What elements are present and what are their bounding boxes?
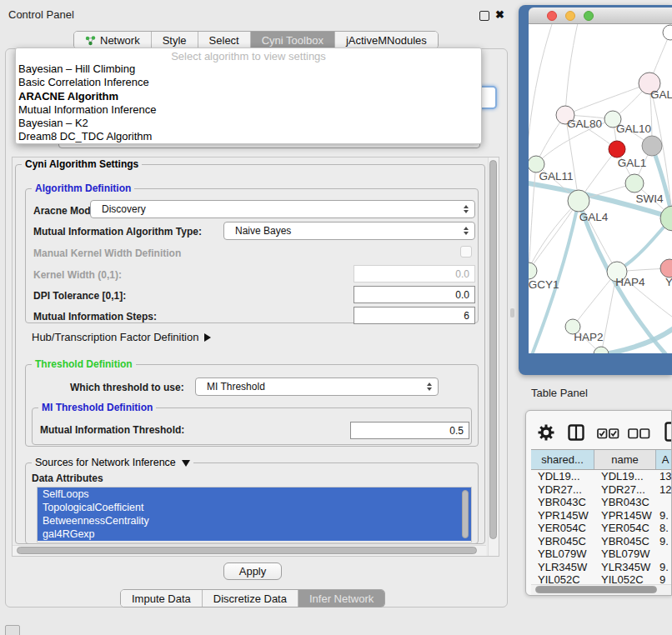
network-window-titlebar[interactable] (529, 8, 672, 24)
network-edge[interactable] (529, 164, 536, 271)
which-threshold-combo[interactable]: MI Threshold (195, 378, 439, 396)
splitter-grip[interactable] (510, 308, 514, 318)
mi-threshold-label: Mutual Information Threshold: (40, 424, 184, 436)
node-label-gal11: GAL11 (539, 170, 573, 182)
column-header-a[interactable]: A (656, 450, 672, 469)
mi-steps-field[interactable]: 6 (354, 307, 475, 324)
network-edge[interactable] (573, 272, 617, 327)
table-cell: YBR043C (594, 496, 656, 508)
tab-style[interactable]: Style (152, 32, 198, 48)
algorithm-option-basic-correlation-inference[interactable]: Basic Correlation Inference (16, 76, 481, 89)
algorithm-option-dream8-dc-tdc-algorithm[interactable]: Dream8 DC_TDC Algorithm (16, 130, 481, 143)
table-row[interactable]: YBR043CYBR043C (531, 496, 672, 509)
attribute-list-scrollbar[interactable] (462, 490, 469, 538)
close-window-icon[interactable] (547, 11, 557, 21)
tab-discretize-data[interactable]: Discretize Data (203, 590, 298, 607)
table-row[interactable]: YPR145WYPR145W9. (531, 509, 672, 522)
network-edge[interactable] (601, 272, 617, 353)
column-header-name[interactable]: name (594, 450, 656, 469)
network-edge[interactable] (565, 83, 649, 115)
table-cell: YBL079W (531, 548, 594, 560)
checked-boxes-icon (597, 428, 619, 439)
table-settings-button[interactable] (538, 424, 554, 444)
minimize-window-icon[interactable] (565, 11, 575, 21)
mi-threshold-field[interactable]: 0.5 (350, 422, 469, 439)
data-attribute-betweennesscentrality[interactable]: BetweennessCentrality (38, 514, 471, 528)
columns-icon (568, 424, 584, 441)
data-attribute-selfloops[interactable]: SelfLoops (38, 488, 471, 501)
deselect-all-columns-button[interactable] (628, 428, 650, 442)
table-row[interactable]: YIL052CYIL052C9 (531, 573, 672, 584)
hub-definition-expander[interactable]: Hub/Transcription Factor Definition (32, 331, 211, 343)
node-label-gal10: GAL10 (616, 122, 651, 135)
table-row[interactable]: YLR345WYLR345W9. (531, 561, 672, 574)
unchecked-boxes-icon (628, 428, 650, 439)
data-attribute-gal4rgexp[interactable]: gal4RGexp (38, 528, 471, 541)
tab-network[interactable]: Network (74, 32, 152, 48)
table-row[interactable]: YDR27...YDR27...12 (531, 483, 672, 497)
network-node-gray-node[interactable] (642, 136, 662, 156)
network-edge[interactable] (565, 24, 579, 115)
table-cell: YIL052C (594, 573, 656, 584)
node-label-swi4: SWI4 (635, 192, 663, 205)
manual-kernel-checkbox[interactable] (460, 246, 472, 258)
select-all-columns-button[interactable] (597, 428, 619, 442)
tab-label: Network (100, 34, 140, 47)
network-node-red-node[interactable] (609, 141, 625, 158)
dpi-tolerance-field[interactable]: 0.0 (354, 286, 475, 303)
close-panel-icon[interactable]: ✖ (495, 9, 504, 20)
tab-label: Select (209, 34, 239, 47)
node-label-gcy1: GCY1 (529, 278, 559, 291)
table-cell: 12 (656, 483, 672, 496)
tab-select[interactable]: Select (198, 32, 251, 48)
network-node-salmon[interactable] (660, 259, 672, 278)
dock-panel-mini-icon[interactable] (5, 625, 20, 635)
table-row[interactable]: YBR045CYBR045C9. (531, 535, 672, 548)
network-node-gcy1[interactable] (529, 262, 537, 279)
panel-mode-button[interactable] (664, 422, 672, 446)
network-edge[interactable] (529, 24, 554, 174)
table-cell: YBL079W (594, 548, 656, 560)
column-layout-button[interactable] (568, 424, 584, 444)
algorithm-option-aracne-algorithm[interactable]: ARACNE Algorithm (16, 90, 481, 103)
float-panel-icon[interactable] (479, 11, 489, 21)
tab-label: jActiveMNodules (346, 34, 427, 47)
expand-right-icon (204, 333, 211, 342)
data-attributes-list[interactable]: SelfLoopsTopologicalCoefficientBetweenne… (37, 487, 472, 542)
panel-icon (664, 422, 672, 442)
settings-vscroll-thumb[interactable] (489, 160, 497, 539)
table-row[interactable]: YDL19...YDL19...13 (531, 470, 672, 483)
settings-hscroll-thumb[interactable] (17, 547, 477, 554)
dpi-tolerance-label: DPI Tolerance [0,1]: (33, 290, 126, 302)
algorithm-definition-title: Algorithm Definition (32, 183, 134, 193)
apply-button[interactable]: Apply (223, 562, 282, 580)
tab-cyni-toolbox[interactable]: Cyni Toolbox (251, 32, 335, 48)
tab-label: Cyni Toolbox (262, 34, 323, 47)
algorithm-option-bayesian-hill-climbing[interactable]: Bayesian – Hill Climbing (16, 62, 481, 76)
mi-type-combo[interactable]: Naive Bayes (223, 222, 475, 240)
table-cell: 9. (656, 561, 672, 573)
zoom-window-icon[interactable] (584, 11, 594, 21)
table-row[interactable]: YBL079WYBL079W (531, 548, 672, 561)
node-label-gal4: GAL4 (579, 211, 609, 223)
algorithm-option-mutual-information-inference[interactable]: Mutual Information Inference (16, 103, 481, 117)
tab-impute-data[interactable]: Impute Data (121, 590, 203, 607)
table-hscroll-thumb[interactable] (535, 586, 657, 593)
network-node-top-cut[interactable] (663, 25, 672, 40)
kernel-width-field[interactable]: 0.0 (354, 265, 475, 282)
table-row[interactable]: YER054CYER054C8. (531, 522, 672, 535)
column-header-shared[interactable]: shared... (531, 450, 594, 469)
network-canvas[interactable]: GALGAL80GAL10GAL1GAL11SWI4GAL4HAP4YGCY1H… (529, 24, 672, 353)
table-cell: YBR045C (594, 535, 656, 548)
algorithm-option-bayesian-k2[interactable]: Bayesian – K2 (16, 117, 481, 130)
network-node-bottom[interactable] (594, 347, 609, 353)
tab-infer-network[interactable]: Infer Network (298, 590, 384, 607)
data-attribute-topologicalcoefficient[interactable]: TopologicalCoefficient (38, 501, 471, 514)
tab-jactivemnodules[interactable]: jActiveMNodules (335, 32, 438, 48)
network-node-gal1[interactable] (625, 174, 644, 192)
sources-group-title: Sources for Network Inference (35, 458, 176, 468)
aracne-mode-combo[interactable]: Discovery (90, 200, 475, 218)
network-node-gal4[interactable] (568, 190, 589, 212)
sources-group-expander[interactable]: Sources for Network Inference (32, 458, 193, 468)
table-body: YDL19...YDL19...13YDR27...YDR27...12YBR0… (531, 470, 672, 584)
